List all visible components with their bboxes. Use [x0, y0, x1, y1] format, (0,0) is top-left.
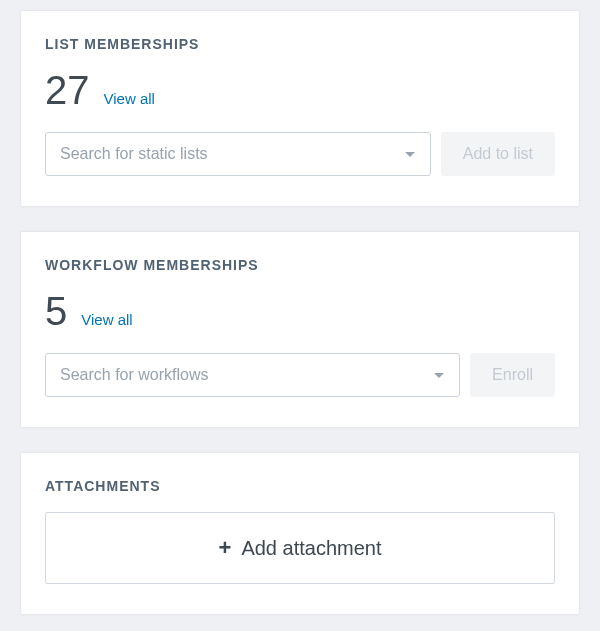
add-to-list-button[interactable]: Add to list — [441, 132, 555, 176]
list-count: 27 — [45, 70, 90, 110]
workflow-memberships-title: WORKFLOW MEMBERSHIPS — [45, 257, 555, 273]
plus-icon: + — [219, 537, 232, 559]
workflow-controls: Search for workflows Enroll — [45, 353, 555, 397]
add-attachment-label: Add attachment — [241, 537, 381, 560]
enroll-button[interactable]: Enroll — [470, 353, 555, 397]
workflow-search-select[interactable]: Search for workflows — [45, 353, 460, 397]
list-memberships-card: LIST MEMBERSHIPS 27 View all Search for … — [20, 10, 580, 207]
workflow-count-row: 5 View all — [45, 291, 555, 331]
add-attachment-button[interactable]: + Add attachment — [45, 512, 555, 584]
workflow-count: 5 — [45, 291, 67, 331]
workflow-view-all-link[interactable]: View all — [81, 311, 132, 328]
list-count-row: 27 View all — [45, 70, 555, 110]
list-controls: Search for static lists Add to list — [45, 132, 555, 176]
list-memberships-title: LIST MEMBERSHIPS — [45, 36, 555, 52]
chevron-down-icon — [433, 372, 445, 379]
list-search-select[interactable]: Search for static lists — [45, 132, 431, 176]
list-view-all-link[interactable]: View all — [104, 90, 155, 107]
attachments-card: ATTACHMENTS + Add attachment — [20, 452, 580, 615]
list-search-placeholder: Search for static lists — [60, 145, 404, 163]
workflow-memberships-card: WORKFLOW MEMBERSHIPS 5 View all Search f… — [20, 231, 580, 428]
attachments-title: ATTACHMENTS — [45, 478, 555, 494]
chevron-down-icon — [404, 151, 416, 158]
workflow-search-placeholder: Search for workflows — [60, 366, 433, 384]
